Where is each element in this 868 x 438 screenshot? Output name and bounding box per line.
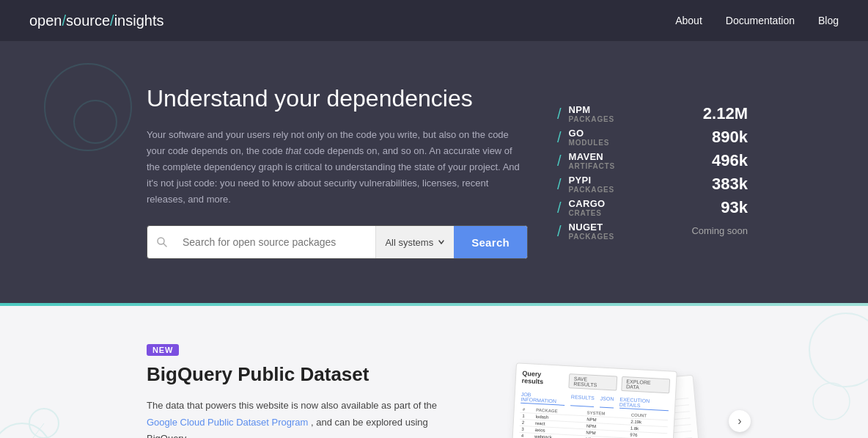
search-input[interactable]: [177, 229, 375, 255]
decorative-shapes: [0, 306, 147, 438]
hero-section: Understand your dependencies Your softwa…: [0, 41, 868, 303]
stat-info-go: Go MODULES: [569, 128, 682, 147]
svg-point-3: [29, 409, 59, 438]
stat-slash-pypi: /: [557, 177, 562, 191]
stat-slash-maven: /: [557, 153, 562, 168]
stat-cargo: / Cargo CRATES 93k: [557, 198, 748, 217]
stat-nuget: / NuGet PACKAGES Coming soon: [557, 222, 748, 241]
systems-dropdown[interactable]: All systems: [375, 226, 454, 258]
search-bar: All systems Search: [147, 225, 528, 259]
header: open/source/insights About Documentation…: [0, 0, 868, 41]
systems-dropdown-label: All systems: [385, 237, 433, 248]
svg-line-4: [22, 423, 44, 438]
svg-line-1: [163, 244, 166, 247]
new-badge: NEW: [147, 344, 179, 356]
stat-go: / Go MODULES 890k: [557, 128, 748, 147]
nav-documentation[interactable]: Documentation: [726, 15, 795, 26]
logo[interactable]: open/source/insights: [29, 12, 163, 29]
decorative-shapes-right: [736, 306, 868, 438]
stat-info-maven: Maven ARTIFACTS: [569, 151, 682, 170]
carousel-section: NEW BigQuery Public Dataset The data tha…: [0, 306, 868, 438]
svg-point-5: [809, 313, 868, 387]
hero-left: Understand your dependencies Your softwa…: [147, 85, 528, 259]
search-icon-wrap: [147, 236, 177, 248]
nav-blog[interactable]: Blog: [818, 15, 839, 26]
main-nav: About Documentation Blog: [675, 15, 839, 26]
stat-info-cargo: Cargo CRATES: [569, 198, 682, 217]
bq-screenshot-front: Query results SAVE RESULTS EXPLORE DATA …: [510, 362, 677, 438]
stat-info-npm: npm PACKAGES: [569, 104, 682, 123]
chevron-down-icon: [438, 238, 445, 246]
hero-description: Your software and your users rely not on…: [147, 127, 528, 208]
search-icon: [156, 236, 168, 248]
svg-point-2: [0, 423, 51, 438]
stat-slash-cargo: /: [557, 200, 562, 215]
stat-slash-npm: /: [557, 106, 562, 121]
carousel-title: BigQuery Public Dataset: [147, 363, 469, 386]
stat-info-nuget: NuGet PACKAGES: [569, 222, 682, 241]
stat-pypi: / PyPI PACKAGES 383k: [557, 175, 748, 194]
nav-about[interactable]: About: [675, 15, 702, 26]
stat-npm: / npm PACKAGES 2.12M: [557, 104, 748, 123]
stat-slash-go: /: [557, 130, 562, 145]
stat-maven: / Maven ARTIFACTS 496k: [557, 151, 748, 170]
link-gcp-dataset[interactable]: Google Cloud Public Dataset Program: [147, 417, 308, 428]
search-button[interactable]: Search: [454, 226, 527, 258]
carousel-next-arrow[interactable]: ›: [729, 410, 751, 432]
carousel-left: NEW BigQuery Public Dataset The data tha…: [147, 343, 469, 438]
svg-point-6: [813, 383, 850, 420]
carousel-desc-1: The data that powers this website is now…: [147, 398, 469, 438]
hero-title: Understand your dependencies: [147, 85, 528, 112]
stat-slash-nuget: /: [557, 224, 562, 238]
stat-info-pypi: PyPI PACKAGES: [569, 175, 682, 194]
carousel-right: Query results #PACKAGESYSTEMCOUNT 1lodas…: [513, 367, 696, 438]
stats-panel: / npm PACKAGES 2.12M / Go MODULES 890k /…: [557, 104, 748, 241]
